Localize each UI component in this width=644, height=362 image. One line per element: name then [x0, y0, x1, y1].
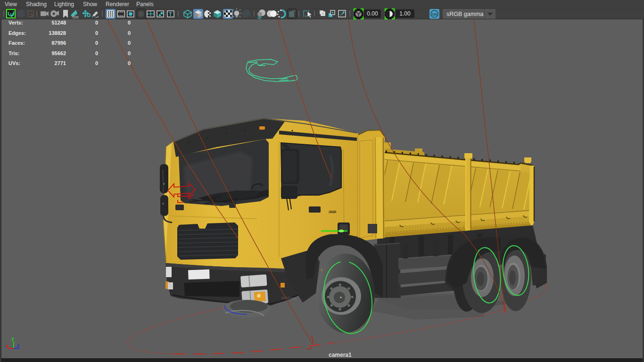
svg-text:0: 0 [95, 60, 98, 66]
svg-text:Tris:: Tris: [8, 50, 19, 56]
svg-text:0: 0 [128, 40, 131, 46]
svg-text:0: 0 [95, 20, 98, 25]
svg-text:0: 0 [128, 50, 131, 56]
svg-text:2020: 2020 [329, 210, 337, 214]
svg-text:87996: 87996 [51, 40, 66, 46]
svg-text:UVs:: UVs: [8, 60, 20, 66]
svg-text:0: 0 [95, 30, 98, 36]
svg-text:ON: ON [432, 12, 437, 16]
svg-text:View: View [5, 1, 17, 8]
svg-text:Renderer: Renderer [106, 1, 129, 8]
svg-text:z: z [17, 343, 20, 348]
svg-text:Panels: Panels [136, 1, 154, 8]
svg-text:0: 0 [128, 60, 131, 66]
svg-text:Lighting: Lighting [54, 1, 74, 8]
svg-text:1.00: 1.00 [399, 10, 411, 17]
svg-text:95662: 95662 [51, 50, 66, 56]
svg-text:0: 0 [128, 20, 131, 25]
svg-text:sRGB gamma: sRGB gamma [446, 11, 484, 17]
svg-text:0.00: 0.00 [367, 10, 378, 17]
svg-text:Show: Show [83, 1, 97, 8]
svg-text:2771: 2771 [55, 60, 66, 66]
svg-text:T: T [169, 12, 172, 17]
svg-text:Edges:: Edges: [8, 30, 26, 36]
svg-text:0: 0 [95, 50, 98, 56]
svg-text:0: 0 [95, 40, 98, 46]
svg-text:0: 0 [128, 30, 131, 36]
svg-text:Shading: Shading [26, 1, 47, 8]
svg-text:Verts:: Verts: [8, 20, 23, 25]
svg-text:51248: 51248 [51, 20, 66, 25]
svg-text:y: y [11, 336, 15, 341]
svg-text:camera1: camera1 [329, 352, 352, 358]
svg-text:Faces:: Faces: [8, 40, 25, 46]
svg-text:138828: 138828 [49, 30, 66, 36]
svg-text:x: x [6, 343, 9, 349]
